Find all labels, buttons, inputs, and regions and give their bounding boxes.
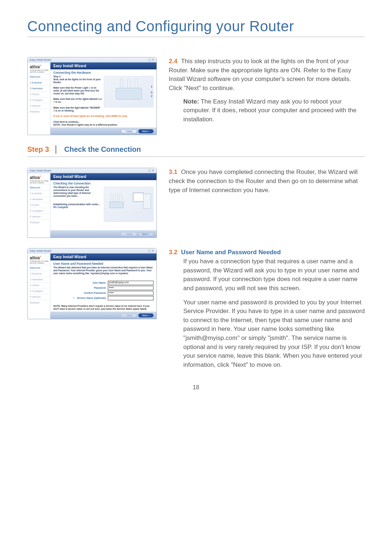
label-service-name: Service Name (Optional): bbox=[77, 297, 106, 300]
step-number-3-2: 3.2 bbox=[169, 249, 177, 256]
label-username: User Name: bbox=[93, 281, 106, 284]
nav-item: 3 Check bbox=[28, 282, 50, 288]
step-3-label: Step 3 bbox=[27, 145, 56, 154]
page-number: 18 bbox=[27, 384, 365, 391]
close-icon: ▢ ✕ bbox=[148, 58, 154, 61]
nav-item: 5 Internet bbox=[28, 214, 50, 219]
nav-item: 1 Examine bbox=[28, 80, 50, 85]
wiz-text: Click Next to continue... bbox=[53, 121, 80, 123]
label-password: Password: bbox=[94, 287, 106, 289]
wiz-text: The Wizard has detected that you have an… bbox=[53, 266, 153, 275]
wiz-header: Easy Install Wizard bbox=[50, 173, 156, 180]
nav-item: 5 Internet bbox=[28, 103, 50, 109]
marker-3: 3 bbox=[151, 91, 152, 94]
step-number-2-4: 2.4 bbox=[169, 58, 177, 65]
wiz-text: Make sure that one of the lights labeled… bbox=[53, 98, 102, 100]
nav-item: 3 Check bbox=[28, 202, 50, 208]
para-3-2-b: Your user name and password is provided … bbox=[169, 298, 365, 370]
wiz-window-title: Easy Install Wizard bbox=[30, 58, 52, 61]
brand-logo: ativa® bbox=[28, 255, 50, 260]
marker-1: 1 bbox=[151, 85, 152, 89]
wiz-header: Easy Install Wizard bbox=[50, 62, 156, 69]
wiz-note: NOTE: Your Router's lights may be in a d… bbox=[53, 123, 154, 126]
para-3-2-a: If you have a connection type that requi… bbox=[169, 257, 365, 293]
connection-image bbox=[104, 187, 154, 222]
wiz-window-title: Easy Install Wizard bbox=[30, 249, 52, 252]
nav-item: Welcome bbox=[28, 265, 50, 271]
progress-text: 0% Complete bbox=[53, 206, 68, 208]
nav-item: Finished bbox=[28, 109, 50, 114]
label-confirm-password: Confirm Password: bbox=[84, 292, 106, 295]
nav-item: 1 Examine bbox=[28, 190, 50, 196]
step-3-title: Check the Connection bbox=[64, 145, 141, 154]
nav-item: 4 Configure bbox=[28, 97, 50, 103]
wiz-note: NOTE: Many Internet Providers don't requ… bbox=[53, 305, 154, 311]
next-button: Next > bbox=[138, 232, 154, 236]
brand-subtitle: 4-Port Router for Cable and DSL modems bbox=[28, 260, 50, 265]
wiz-text: Make sure that the light labeled "MODEM" bbox=[53, 106, 101, 109]
next-button: Next > bbox=[138, 313, 154, 317]
nav-item: 4 Configure bbox=[28, 288, 50, 294]
nav-item: Finished bbox=[28, 300, 50, 305]
nav-item: 4 Configure bbox=[28, 208, 50, 214]
back-button: < Back bbox=[121, 232, 137, 236]
back-button: < Back bbox=[121, 129, 137, 133]
brand-subtitle: 4-Port Router for Cable and DSL modems bbox=[28, 69, 50, 74]
close-icon: ▢ ✕ bbox=[148, 169, 154, 172]
nav-item: Welcome bbox=[28, 184, 50, 190]
note-2-4: Note: The Easy Install Wizard may ask yo… bbox=[169, 97, 365, 124]
wiz-text: Establishing communication with router..… bbox=[53, 203, 100, 206]
nav-item: 3 Check bbox=[28, 91, 50, 97]
service-name-field bbox=[108, 296, 154, 300]
confirm-password-field: •••••• bbox=[108, 291, 154, 295]
title-rule bbox=[27, 37, 365, 37]
para-2-4: 2.4This step instructs you to look at th… bbox=[169, 57, 365, 93]
wiz-text: Now, look at the lights on the front of … bbox=[53, 78, 101, 84]
back-button: < Back bbox=[121, 313, 137, 317]
para-3-2-head: 3.2User Name and Password Needed bbox=[169, 248, 365, 257]
wiz-text: Make sure that the Power Light bbox=[53, 86, 89, 89]
brand-subtitle: 4-Port Router for Cable and DSL modems bbox=[28, 180, 50, 184]
step-number-3-1: 3.1 bbox=[169, 169, 177, 175]
wiz-header: Easy Install Wizard bbox=[50, 253, 156, 260]
nav-item: 2 Hardware bbox=[28, 85, 50, 91]
step-rule bbox=[27, 157, 365, 157]
nav-item: 2 Hardware bbox=[28, 276, 50, 282]
close-icon: ▢ ✕ bbox=[148, 249, 154, 252]
wiz-window-title: Easy Install Wizard bbox=[30, 169, 52, 172]
username-field: jsmith@myisp.com bbox=[108, 281, 154, 285]
next-button: Next > bbox=[138, 129, 154, 133]
nav-item: 1 Examine bbox=[28, 271, 50, 276]
router-image: 1 3 2 bbox=[104, 76, 154, 107]
brand-logo: ativa® bbox=[28, 64, 50, 69]
wiz-text: The Wizard is now checking the connectio… bbox=[53, 186, 91, 197]
nav-item: 2 Hardware bbox=[28, 196, 50, 202]
password-field: •••••• bbox=[108, 286, 154, 290]
step-label: Step 4 bbox=[53, 75, 61, 78]
arrow-icon: ➝ bbox=[72, 296, 75, 300]
brand-logo: ativa® bbox=[28, 174, 50, 180]
wiz-subheader: User Name and Password Needed bbox=[50, 260, 156, 266]
wiz-subheader: Connecting the Hardware bbox=[50, 69, 156, 75]
nav-item: Welcome bbox=[28, 74, 50, 80]
marker-2: 2 bbox=[151, 94, 152, 98]
nav-item: 5 Internet bbox=[28, 294, 50, 300]
page-title: Connecting and Configuring your Router bbox=[27, 18, 365, 35]
nav-item: Finished bbox=[28, 219, 50, 225]
wiz-subheader: Checking the Connection bbox=[50, 180, 156, 186]
screenshot-hardware: Easy Install Wizard ▢ ✕ ativa® 4-Port Ro… bbox=[27, 57, 157, 135]
subhead-3-2: User Name and Password Needed bbox=[181, 249, 281, 256]
screenshot-user-password: Easy Install Wizard ▢ ✕ ativa® 4-Port Ro… bbox=[27, 248, 157, 319]
screenshot-check-connection: Easy Install Wizard ▢ ✕ ativa® 4-Port Ro… bbox=[27, 168, 157, 238]
wiz-text: If one or more of these lights are not b… bbox=[53, 115, 111, 117]
para-3-1: 3.1Once you have completed connecting th… bbox=[169, 168, 365, 195]
